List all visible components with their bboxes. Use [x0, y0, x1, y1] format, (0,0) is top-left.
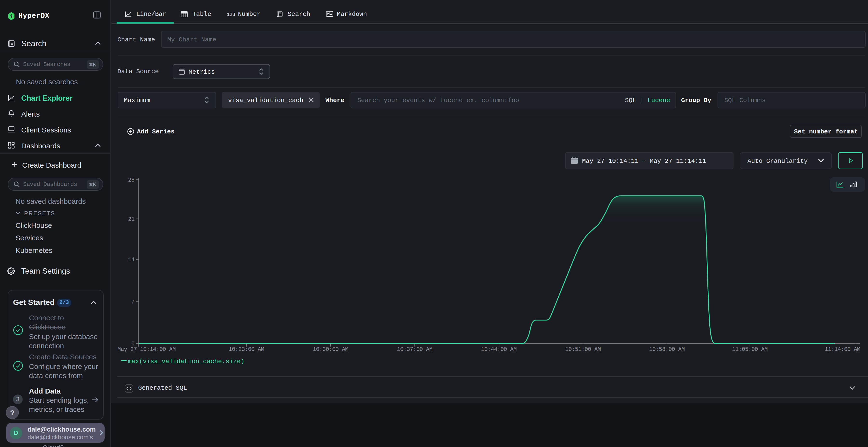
- svg-text:10:30:00 AM: 10:30:00 AM: [313, 346, 348, 353]
- svg-text:10:37:00 AM: 10:37:00 AM: [397, 346, 433, 353]
- svg-text:21: 21: [128, 216, 134, 222]
- svg-text:11:05:00 AM: 11:05:00 AM: [732, 346, 768, 353]
- svg-text:10:44:00 AM: 10:44:00 AM: [481, 346, 517, 353]
- svg-text:10:51:00 AM: 10:51:00 AM: [565, 346, 601, 353]
- svg-text:14: 14: [128, 257, 134, 263]
- svg-text:7: 7: [131, 299, 134, 305]
- svg-text:28: 28: [128, 177, 134, 183]
- svg-text:11:14:00 AM: 11:14:00 AM: [825, 346, 860, 353]
- svg-text:10:58:00 AM: 10:58:00 AM: [649, 346, 685, 353]
- svg-text:May 27 10:14:00 AM: May 27 10:14:00 AM: [117, 346, 176, 353]
- svg-text:10:23:00 AM: 10:23:00 AM: [228, 346, 264, 353]
